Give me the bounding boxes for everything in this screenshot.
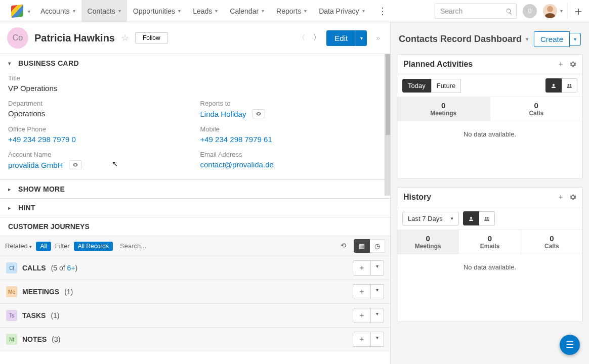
add-button[interactable]: ＋: [353, 260, 371, 276]
account-label: Account Name: [8, 151, 190, 158]
department-label: Department: [8, 100, 190, 107]
plus-icon[interactable]: ＋: [557, 193, 564, 202]
account-link[interactable]: provalida GmbH: [8, 161, 63, 169]
user-avatar[interactable]: [543, 4, 557, 18]
history-range-dropdown[interactable]: Last 7 Days▾: [402, 212, 459, 225]
actions-dropdown[interactable]: ▾: [371, 332, 384, 347]
hint-panel[interactable]: ▸HINT: [0, 199, 390, 217]
customer-journeys-header: CUSTOMER JOURNEYS: [0, 217, 390, 236]
next-record-button[interactable]: 〉: [311, 31, 322, 44]
business-card-header[interactable]: ▾ BUSINESS CARD: [0, 54, 390, 72]
office-phone-label: Office Phone: [8, 125, 190, 133]
gear-icon[interactable]: [569, 60, 576, 69]
stat-number: 0: [521, 234, 582, 243]
create-dropdown[interactable]: ▾: [570, 33, 581, 46]
app-logo-menu[interactable]: ▾: [0, 0, 34, 22]
gear-icon[interactable]: [569, 193, 576, 202]
grid-view-icon[interactable]: ▦: [354, 239, 370, 253]
add-button[interactable]: ＋: [353, 332, 371, 347]
follow-button[interactable]: Follow: [135, 32, 168, 43]
search-icon[interactable]: [506, 7, 513, 15]
email-label: Email Address: [200, 151, 383, 158]
filter-all-records-pill[interactable]: All Records: [74, 242, 113, 251]
scrollbar[interactable]: [385, 54, 390, 196]
subpanel-title: TASKS: [22, 311, 46, 320]
office-phone-link[interactable]: +49 234 298 7979 0: [8, 135, 190, 144]
subpanel-count: (5 of 6+): [51, 264, 78, 272]
subpanel-row[interactable]: Cl CALLS (5 of 6+) ＋ ▾: [0, 256, 390, 280]
group-filter-icon[interactable]: [479, 211, 495, 225]
chevron-down-icon: ▾: [362, 8, 365, 14]
actions-dropdown[interactable]: ▾: [371, 284, 384, 299]
add-button[interactable]: ＋: [353, 308, 371, 323]
group-filter-icon[interactable]: [562, 78, 577, 93]
subpanel-count: (1): [51, 311, 59, 320]
user-filter-icon[interactable]: [463, 211, 479, 225]
edit-button[interactable]: Edit: [326, 30, 356, 46]
nav-contacts[interactable]: Contacts▾: [81, 0, 127, 22]
prev-record-button[interactable]: 〈: [296, 31, 307, 44]
refresh-icon[interactable]: ⟲: [336, 239, 351, 253]
side-panel-toggle[interactable]: »: [371, 34, 383, 42]
dashboard-dropdown[interactable]: ▾: [526, 36, 529, 42]
related-view-buttons: ⟲ ▦ ◷: [336, 239, 385, 253]
favorite-star-icon[interactable]: ☆: [121, 32, 129, 43]
clock-view-icon[interactable]: ◷: [370, 239, 385, 253]
emails-stat[interactable]: 0 Emails: [459, 230, 521, 254]
mobile-label: Mobile: [200, 125, 383, 133]
mobile-field: Mobile +49 234 298 7979 61: [200, 125, 383, 144]
related-search-input[interactable]: [117, 240, 208, 252]
nav-reports[interactable]: Reports▾: [270, 0, 313, 22]
plus-icon[interactable]: ＋: [557, 60, 564, 69]
search-input[interactable]: [435, 4, 517, 19]
subpanel-row[interactable]: Ts TASKS (1) ＋ ▾: [0, 304, 390, 328]
subpanels-list: Cl CALLS (5 of 6+) ＋ ▾ Me MEETINGS (1) ＋…: [0, 256, 390, 351]
dashlet-title: History: [403, 193, 431, 202]
actions-dropdown[interactable]: ▾: [371, 308, 384, 323]
module-badge: Cl: [6, 262, 17, 274]
planned-activities-dashlet: Planned Activities ＋ Today Future: [397, 54, 583, 179]
mobile-link[interactable]: +49 234 298 7979 61: [200, 135, 383, 144]
subpanel-row[interactable]: Me MEETINGS (1) ＋ ▾: [0, 280, 390, 304]
quick-create-button[interactable]: ＋: [567, 3, 589, 19]
calls-stat[interactable]: 0 Calls: [521, 230, 582, 254]
record-header: Co Patricia Hawkins ☆ Follow 〈 〉 Edit ▾ …: [0, 22, 390, 54]
nav-accounts[interactable]: Accounts▾: [34, 0, 81, 22]
nav-opportunities[interactable]: Opportunities▾: [127, 0, 187, 22]
dashlet-header: Planned Activities ＋: [397, 55, 582, 74]
show-more-panel[interactable]: ▸SHOW MORE: [0, 180, 390, 199]
related-all-pill[interactable]: All: [36, 242, 51, 251]
business-card-body: Title VP Operations Department Operation…: [0, 72, 390, 180]
record-scroll[interactable]: ▾ BUSINESS CARD Title VP Operations Depa…: [0, 54, 390, 364]
nav-calendar[interactable]: Calendar▾: [224, 0, 270, 22]
calls-stat[interactable]: 0 Calls: [490, 97, 583, 121]
related-dropdown[interactable]: Related ▾: [5, 242, 32, 250]
nav-leads[interactable]: Leads▾: [187, 0, 224, 22]
chevron-down-icon: ▾: [118, 8, 121, 14]
reports-to-link[interactable]: Linda Holiday: [200, 110, 246, 118]
top-nav: ▾ Accounts▾ Contacts▾ Opportunities▾ Lea…: [0, 0, 589, 22]
chevron-down-icon: ▾: [178, 8, 181, 14]
preview-icon[interactable]: [252, 109, 265, 118]
add-button[interactable]: ＋: [353, 284, 371, 299]
edit-dropdown[interactable]: ▾: [356, 30, 367, 46]
nav-data-privacy[interactable]: Data Privacy▾: [313, 0, 370, 22]
meetings-stat[interactable]: 0 Meetings: [397, 230, 459, 254]
subpanel-row[interactable]: Nt NOTES (3) ＋ ▾: [0, 328, 390, 351]
subpanel-more-link[interactable]: 6+: [67, 264, 75, 272]
user-filter-icon[interactable]: [545, 78, 562, 93]
preview-icon[interactable]: [69, 160, 82, 169]
email-link[interactable]: contact@provalida.de: [200, 160, 383, 169]
meetings-stat[interactable]: 0 Meetings: [397, 97, 490, 121]
create-button[interactable]: Create: [534, 31, 570, 47]
future-tab[interactable]: Future: [431, 79, 461, 93]
actions-dropdown[interactable]: ▾: [371, 260, 384, 276]
global-search: [435, 4, 517, 19]
notification-count[interactable]: 0: [523, 4, 537, 18]
stat-label: Calls: [490, 110, 583, 117]
chevron-down-icon[interactable]: ▾: [560, 8, 563, 14]
nav-overflow[interactable]: ⋮: [371, 0, 394, 22]
help-fab-button[interactable]: ☰: [560, 335, 580, 355]
today-tab[interactable]: Today: [402, 79, 431, 93]
subpanel-title: MEETINGS: [22, 288, 59, 296]
